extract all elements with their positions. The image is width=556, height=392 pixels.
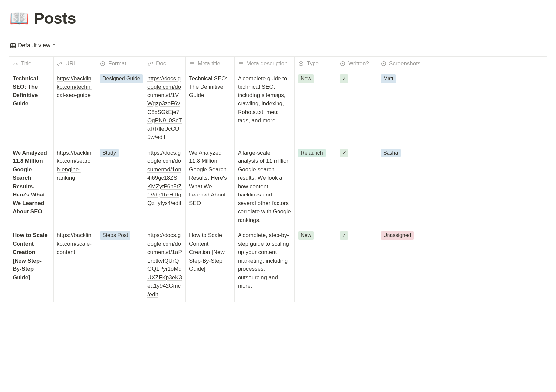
column-header-url[interactable]: URL xyxy=(54,57,96,71)
table-row[interactable]: How to Scale Content Creation [New Step-… xyxy=(9,228,547,302)
column-label: Format xyxy=(108,59,126,68)
link-property-icon xyxy=(147,61,153,67)
cell-title[interactable]: We Analyzed 11.8 Million Google Search R… xyxy=(9,145,54,228)
select-property-icon xyxy=(381,61,387,67)
cell-meta-title[interactable]: We Analyzed 11.8 Million Google Search R… xyxy=(186,145,235,228)
cell-doc[interactable]: https://docs.google.com/document/d/1VWgz… xyxy=(144,71,186,145)
view-selector[interactable]: Default view xyxy=(9,40,57,51)
link-property-icon xyxy=(57,61,63,67)
cell-url[interactable]: https://backlinko.com/scale-content xyxy=(54,228,96,302)
page-icon[interactable]: 📖 xyxy=(9,11,29,26)
cell-type[interactable]: New xyxy=(295,71,336,145)
column-label: Doc xyxy=(156,59,166,68)
cell-url[interactable]: https://backlinko.com/technical-seo-guid… xyxy=(54,71,96,145)
cell-meta-title[interactable]: How to Scale Content Creation [New Step-… xyxy=(186,228,235,302)
text-lines-icon xyxy=(189,61,195,67)
tag-screenshots[interactable]: Matt xyxy=(381,74,396,83)
column-header-meta-title[interactable]: Meta title xyxy=(186,57,235,71)
tag-format[interactable]: Steps Post xyxy=(100,231,130,240)
cell-written[interactable]: ✓ xyxy=(336,145,377,228)
cell-written[interactable]: ✓ xyxy=(336,71,377,145)
tag-written-check[interactable]: ✓ xyxy=(340,231,348,240)
cell-meta-desc[interactable]: A large-scale analysis of 11 million Goo… xyxy=(235,145,295,228)
tag-type[interactable]: New xyxy=(298,74,314,83)
cell-format[interactable]: Study xyxy=(96,145,144,228)
column-label: Type xyxy=(307,59,319,68)
select-property-icon xyxy=(100,61,106,67)
svg-text:Aa: Aa xyxy=(13,62,18,66)
chevron-down-icon xyxy=(52,41,56,50)
table-icon xyxy=(10,43,16,49)
column-label: Meta description xyxy=(246,59,288,68)
column-header-format[interactable]: Format xyxy=(96,57,144,71)
cell-format[interactable]: Steps Post xyxy=(96,228,144,302)
page-title[interactable]: Posts xyxy=(34,7,76,30)
cell-screenshots[interactable]: Sasha xyxy=(377,145,426,228)
tag-screenshots[interactable]: Sasha xyxy=(381,149,401,157)
table-header-row: Aa Title URL Format Doc Meta ti xyxy=(9,57,547,71)
tag-format[interactable]: Study xyxy=(100,149,119,157)
column-label: Written? xyxy=(348,59,369,68)
column-label: Meta title xyxy=(198,59,220,68)
table-row[interactable]: We Analyzed 11.8 Million Google Search R… xyxy=(9,145,547,228)
cell-doc[interactable]: https://docs.google.com/document/d/1aPLr… xyxy=(144,228,186,302)
cell-url[interactable]: https://backlinko.com/search-engine-rank… xyxy=(54,145,96,228)
tag-screenshots[interactable]: Unassigned xyxy=(381,231,414,240)
cell-type[interactable]: Relaunch xyxy=(295,145,336,228)
column-header-doc[interactable]: Doc xyxy=(144,57,186,71)
column-header-meta-desc[interactable]: Meta description xyxy=(235,57,295,71)
view-label: Default view xyxy=(18,41,50,50)
tag-type[interactable]: New xyxy=(298,231,314,240)
cell-title[interactable]: How to Scale Content Creation [New Step-… xyxy=(9,228,54,302)
text-property-icon: Aa xyxy=(13,61,19,67)
column-label: Title xyxy=(21,59,32,68)
tag-written-check[interactable]: ✓ xyxy=(340,74,348,83)
tag-format[interactable]: Designed Guide xyxy=(100,74,143,83)
cell-meta-title[interactable]: Technical SEO: The Definitive Guide xyxy=(186,71,235,145)
cell-screenshots[interactable]: Unassigned xyxy=(377,228,426,302)
page-header: 📖 Posts xyxy=(9,7,547,30)
tag-type[interactable]: Relaunch xyxy=(298,149,326,157)
column-label: URL xyxy=(65,59,77,68)
database-table: Aa Title URL Format Doc Meta ti xyxy=(9,56,547,302)
cell-format[interactable]: Designed Guide xyxy=(96,71,144,145)
cell-title[interactable]: Technical SEO: The Definitive Guide xyxy=(9,71,54,145)
column-header-type[interactable]: Type xyxy=(295,57,336,71)
table-row[interactable]: Technical SEO: The Definitive Guide http… xyxy=(9,71,547,145)
column-header-title[interactable]: Aa Title xyxy=(9,57,54,71)
cell-meta-desc[interactable]: A complete guide to technical SEO, inclu… xyxy=(235,71,295,145)
cell-written[interactable]: ✓ xyxy=(336,228,377,302)
cell-screenshots[interactable]: Matt xyxy=(377,71,426,145)
text-lines-icon xyxy=(238,61,244,67)
tag-written-check[interactable]: ✓ xyxy=(340,149,348,157)
svg-rect-0 xyxy=(11,43,16,47)
select-property-icon xyxy=(340,61,346,67)
column-header-screenshots[interactable]: Screenshots xyxy=(377,57,426,71)
cell-meta-desc[interactable]: A complete, step-by-step guide to scalin… xyxy=(235,228,295,302)
column-label: Screenshots xyxy=(389,59,421,68)
cell-type[interactable]: New xyxy=(295,228,336,302)
column-header-written[interactable]: Written? xyxy=(336,57,377,71)
cell-doc[interactable]: https://docs.google.com/document/d/1on4i… xyxy=(144,145,186,228)
select-property-icon xyxy=(298,61,304,67)
